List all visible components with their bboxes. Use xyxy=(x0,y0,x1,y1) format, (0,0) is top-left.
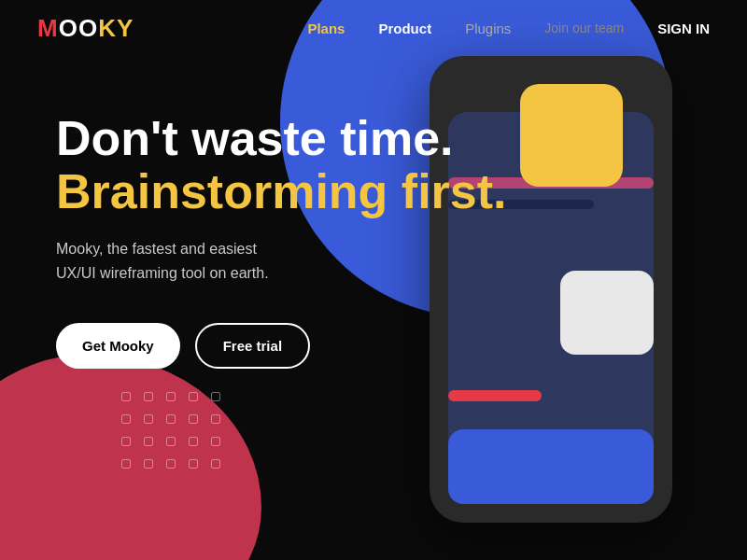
grid-dots-decoration xyxy=(121,392,228,476)
hero-title-line1: Don't waste time. xyxy=(56,112,507,165)
dot xyxy=(189,392,198,401)
dot xyxy=(166,392,176,401)
dot xyxy=(189,437,198,446)
dot xyxy=(211,414,220,424)
dot xyxy=(121,437,131,446)
get-mooky-button[interactable]: Get Mooky xyxy=(56,323,180,369)
dot xyxy=(211,392,220,401)
logo-letter-m: M xyxy=(37,14,59,43)
phone-white-card xyxy=(560,271,654,355)
nav-links: Plans Product Plugins Join our team SIGN… xyxy=(307,21,710,36)
dot xyxy=(144,392,153,401)
logo-letters-ky: KY xyxy=(98,14,134,43)
hero-section: Don't waste time. Brainstorming first. M… xyxy=(56,112,507,369)
phone-bottom-red-bar xyxy=(448,390,542,401)
logo[interactable]: M OO KY xyxy=(37,14,134,43)
dot xyxy=(189,414,198,424)
dot xyxy=(166,459,176,469)
nav-plans[interactable]: Plans xyxy=(307,21,345,36)
nav-plugins[interactable]: Plugins xyxy=(465,21,511,36)
dot xyxy=(121,459,131,469)
hero-subtitle: Mooky, the fastest and easiest UX/UI wir… xyxy=(56,237,317,285)
dot xyxy=(211,437,220,446)
phone-blue-bottom-bar xyxy=(448,429,654,504)
nav-signin[interactable]: SIGN IN xyxy=(657,21,710,36)
free-trial-button[interactable]: Free trial xyxy=(195,323,310,369)
dot xyxy=(121,392,131,401)
hero-buttons: Get Mooky Free trial xyxy=(56,323,507,369)
dot xyxy=(144,437,153,446)
dot xyxy=(211,459,220,469)
dot xyxy=(144,459,153,469)
dot xyxy=(166,414,176,424)
nav-product[interactable]: Product xyxy=(378,21,431,36)
dot xyxy=(166,437,176,446)
dot xyxy=(189,459,198,469)
dot xyxy=(144,414,153,424)
hero-title-line2: Brainstorming first. xyxy=(56,165,507,218)
nav-join-team[interactable]: Join our team xyxy=(544,21,624,35)
navbar: M OO KY Plans Product Plugins Join our t… xyxy=(0,0,747,56)
phone-yellow-card xyxy=(520,84,623,187)
logo-letters-oo: OO xyxy=(59,14,98,43)
dot xyxy=(121,414,131,424)
